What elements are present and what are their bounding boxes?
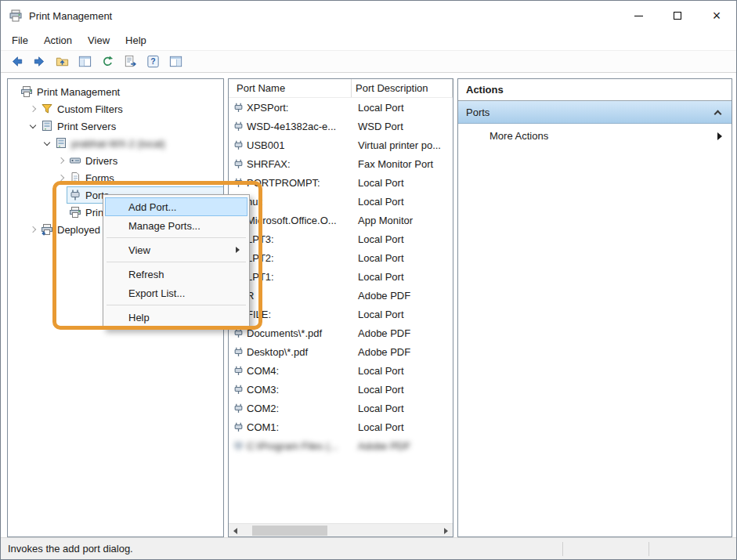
- port-row-nul[interactable]: nul:Local Port: [229, 192, 453, 211]
- tree-label: prabhat-WX-2 (local): [71, 138, 165, 150]
- port-icon: [233, 159, 244, 169]
- expander-collapsed-icon[interactable]: [27, 223, 39, 236]
- submenu-arrow-icon: [236, 247, 240, 253]
- show-action-pane-button[interactable]: [166, 52, 185, 71]
- menu-item-label: View: [128, 244, 150, 256]
- column-header-port-description[interactable]: Port Description: [352, 79, 453, 97]
- scroll-right-icon: [444, 528, 448, 534]
- port-row-lpt2[interactable]: LPT2:Local Port: [229, 248, 453, 267]
- menu-separator: [107, 262, 246, 262]
- tree-item-content: Print Servers: [39, 118, 223, 134]
- tree-item-drivers[interactable]: Drivers: [8, 152, 223, 169]
- scrollbar-thumb[interactable]: [252, 526, 327, 536]
- back-button[interactable]: [7, 52, 26, 71]
- show-console-tree-button[interactable]: [75, 52, 94, 71]
- port-icon: [233, 140, 244, 150]
- port-row-microsoft-office-o[interactable]: Microsoft.Office.O...App Monitor: [229, 211, 453, 229]
- menu-file[interactable]: File: [4, 31, 36, 49]
- port-name: Microsoft.Office.O...: [247, 215, 353, 226]
- port-row-portprompt[interactable]: PORTPROMPT:Local Port: [229, 173, 453, 192]
- tree-item-forms[interactable]: Forms: [8, 169, 223, 186]
- expander-collapsed-icon[interactable]: [55, 154, 67, 167]
- menu-item-label: Manage Ports...: [128, 220, 201, 232]
- port-icon: [233, 403, 244, 414]
- refresh-button[interactable]: [98, 52, 117, 71]
- tree-item-custom-filters[interactable]: Custom Filters: [8, 100, 223, 117]
- port-icon: [233, 103, 244, 113]
- port-row-lpt1[interactable]: LPT1:Local Port: [229, 267, 453, 286]
- port-row-c-program-files[interactable]: C:\Program Files (...Adobe PDF: [229, 436, 453, 455]
- menu-action[interactable]: Action: [36, 31, 80, 49]
- port-icon: [233, 178, 244, 188]
- tree-item-print-servers[interactable]: Print Servers: [8, 117, 223, 135]
- port-row-r[interactable]: RAdobe PDF: [229, 286, 453, 305]
- tree-item-prabhat-wx-2-local[interactable]: prabhat-WX-2 (local): [8, 135, 223, 152]
- port-row-xpsport[interactable]: XPSPort:Local Port: [229, 98, 453, 117]
- status-text: Invokes the add port dialog.: [8, 543, 133, 555]
- close-button[interactable]: ×: [697, 1, 736, 31]
- ports-section-label: Ports: [466, 107, 490, 118]
- port-row-desktop-pdf[interactable]: Desktop\*.pdfAdobe PDF: [229, 342, 453, 361]
- column-header-port-name[interactable]: Port Name: [229, 79, 352, 97]
- context-menu-item-export-list[interactable]: Export List...: [105, 284, 247, 302]
- forward-button[interactable]: [30, 52, 49, 71]
- expander-spacer: [55, 206, 67, 219]
- expander-collapsed-icon[interactable]: [55, 172, 67, 184]
- tree-item-print-management[interactable]: Print Management: [8, 83, 223, 100]
- expander-expanded-icon[interactable]: [41, 137, 53, 150]
- port-row-lpt3[interactable]: LPT3:Local Port: [229, 229, 453, 248]
- minimize-button[interactable]: [619, 1, 658, 31]
- menu-view[interactable]: View: [80, 31, 117, 49]
- ports-list-pane: Port Name Port Description XPSPort:Local…: [228, 78, 453, 537]
- svg-text:?: ?: [150, 57, 155, 66]
- context-menu-item-view[interactable]: View: [105, 240, 247, 259]
- tree-label: Custom Filters: [57, 103, 123, 115]
- tree-label: Drivers: [85, 155, 117, 167]
- port-description: Adobe PDF: [353, 327, 453, 339]
- port-description: Local Port: [353, 421, 453, 433]
- context-menu-item-help[interactable]: Help: [105, 308, 247, 327]
- more-actions-item[interactable]: More Actions: [458, 124, 732, 148]
- context-menu-item-manage-ports[interactable]: Manage Ports...: [105, 216, 247, 235]
- port-row-com3[interactable]: COM3:Local Port: [229, 380, 453, 399]
- expander-collapsed-icon[interactable]: [27, 103, 39, 115]
- horizontal-scrollbar[interactable]: [229, 523, 453, 537]
- port-row-com4[interactable]: COM4:Local Port: [229, 361, 453, 380]
- collapse-chevron-icon[interactable]: [714, 110, 722, 118]
- port-name: LPT1:: [247, 271, 353, 283]
- maximize-button[interactable]: [658, 1, 697, 31]
- port-row-documents-pdf[interactable]: Documents\*.pdfAdobe PDF: [229, 323, 453, 342]
- context-menu-item-add-port[interactable]: Add Port...: [105, 197, 247, 216]
- port-row-com2[interactable]: COM2:Local Port: [229, 399, 453, 417]
- port-name: WSD-4e1382ac-e...: [247, 121, 353, 132]
- port-name: PORTPROMPT:: [247, 177, 353, 189]
- port-name: COM3:: [247, 384, 353, 396]
- port-row-usb001[interactable]: USB001Virtual printer po...: [229, 135, 453, 154]
- port-description: Local Port: [353, 384, 453, 396]
- port-description: Fax Monitor Port: [353, 158, 453, 170]
- ports-section-header[interactable]: Ports: [458, 101, 732, 124]
- context-menu-item-refresh[interactable]: Refresh: [105, 265, 247, 284]
- server-icon: [41, 120, 53, 132]
- help-button[interactable]: ?: [143, 52, 162, 71]
- up-one-level-button[interactable]: [52, 52, 71, 71]
- tree-label: Forms: [85, 172, 114, 184]
- port-icon: [69, 189, 81, 201]
- port-description: Local Port: [353, 196, 453, 208]
- expander-expanded-icon[interactable]: [27, 120, 39, 132]
- scroll-right-button[interactable]: [439, 524, 453, 537]
- export-list-button[interactable]: [121, 52, 139, 71]
- port-row-wsd-4e1382ac-e[interactable]: WSD-4e1382ac-e...WSD Port: [229, 117, 453, 135]
- port-row-shrfax[interactable]: SHRFAX:Fax Monitor Port: [229, 154, 453, 173]
- context-menu: Add Port...Manage Ports...ViewRefreshExp…: [103, 194, 250, 330]
- port-row-com1[interactable]: COM1:Local Port: [229, 417, 453, 436]
- port-name: XPSPort:: [247, 102, 353, 114]
- tree-item-content: prabhat-WX-2 (local): [53, 135, 223, 151]
- port-description: Local Port: [353, 365, 453, 377]
- menu-help[interactable]: Help: [117, 31, 154, 49]
- list-header: Port Name Port Description: [229, 79, 453, 98]
- port-name: Desktop\*.pdf: [247, 346, 353, 358]
- port-description: App Monitor: [353, 215, 453, 226]
- port-row-file[interactable]: FILE:Local Port: [229, 305, 453, 323]
- scroll-left-button[interactable]: [229, 524, 242, 537]
